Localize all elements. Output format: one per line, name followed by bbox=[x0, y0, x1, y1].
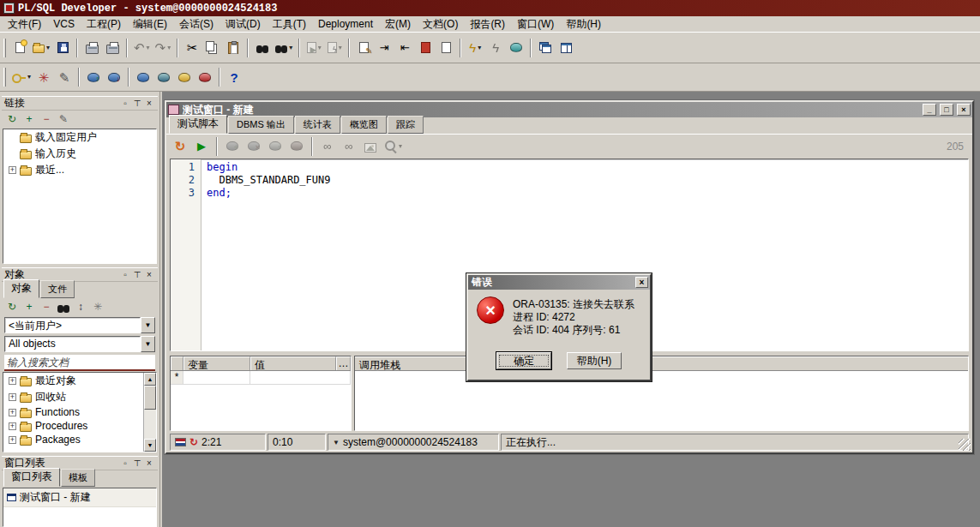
window-list-item-test-window[interactable]: 测试窗口 - 新建 bbox=[3, 488, 156, 507]
expander-icon[interactable]: + bbox=[9, 166, 16, 174]
search-test-button[interactable]: ▾ bbox=[382, 136, 405, 157]
tab-test-script[interactable]: 测试脚本 bbox=[169, 115, 227, 134]
tab-templates[interactable]: 模板 bbox=[61, 469, 95, 487]
indent-button[interactable]: ⇥ bbox=[374, 38, 394, 58]
menu-item-deployment[interactable]: Deployment bbox=[312, 17, 379, 31]
refresh-connections-button[interactable]: ↻ bbox=[4, 112, 20, 127]
combo-dropdown-button[interactable]: ▼ bbox=[141, 317, 155, 333]
panel-restore-button[interactable]: ▫ bbox=[119, 269, 131, 280]
print-preview-button[interactable] bbox=[102, 38, 123, 58]
sql-window-button[interactable] bbox=[153, 67, 174, 87]
preferences-button[interactable]: ✳ bbox=[33, 67, 54, 87]
tab-overview[interactable]: 概览图 bbox=[341, 116, 387, 134]
scroll-down-button[interactable]: ▼ bbox=[144, 439, 156, 452]
menu-item-help[interactable]: 帮助(H) bbox=[560, 16, 607, 33]
find-button[interactable] bbox=[252, 38, 273, 58]
help-button[interactable]: ? bbox=[224, 67, 244, 87]
redo-button[interactable]: ↷▾ bbox=[153, 38, 174, 58]
add-variable-button[interactable]: + bbox=[222, 136, 243, 157]
expand-all-button[interactable]: + bbox=[21, 300, 37, 314]
toolbar-grip[interactable] bbox=[3, 39, 6, 57]
minimize-button[interactable]: _ bbox=[923, 104, 936, 116]
new-button[interactable] bbox=[9, 38, 30, 58]
tab-trace[interactable]: 跟踪 bbox=[388, 116, 424, 134]
command-window-button-2[interactable] bbox=[174, 67, 195, 87]
new-report-button[interactable] bbox=[436, 38, 456, 58]
copy-button[interactable] bbox=[202, 38, 223, 58]
print-button[interactable] bbox=[81, 38, 102, 58]
menu-item-session[interactable]: 会话(S) bbox=[173, 16, 219, 33]
find-object-button[interactable] bbox=[56, 300, 71, 314]
refresh-objects-button[interactable]: ↻ bbox=[4, 300, 20, 314]
panel-restore-button[interactable]: ▫ bbox=[119, 458, 131, 469]
call-stack-body[interactable] bbox=[355, 371, 968, 430]
panel-restore-button[interactable]: ▫ bbox=[119, 98, 131, 109]
menu-item-window[interactable]: 窗口(W) bbox=[511, 16, 560, 33]
value-cell[interactable] bbox=[250, 371, 351, 384]
edit-connection-button[interactable]: ✎ bbox=[56, 112, 71, 127]
add-connection-button[interactable]: + bbox=[21, 112, 37, 127]
panel-pin-button[interactable]: ⊤ bbox=[131, 269, 143, 280]
tab-files[interactable]: 文件 bbox=[40, 280, 75, 298]
object-search-input[interactable] bbox=[4, 355, 155, 369]
collapse-all-button[interactable]: − bbox=[39, 300, 54, 314]
cut-button[interactable]: ✂ bbox=[182, 38, 202, 58]
refresh-session-button[interactable]: ↻ bbox=[170, 136, 190, 157]
panel-pin-button[interactable]: ⊤ bbox=[131, 458, 143, 469]
chart-button[interactable] bbox=[360, 136, 381, 157]
tree-item-packages[interactable]: + Packages bbox=[3, 433, 143, 446]
scrollbar-thumb[interactable] bbox=[144, 386, 156, 410]
tree-item-functions[interactable]: + Functions bbox=[3, 405, 143, 419]
commit-button[interactable]: ↑ bbox=[83, 67, 104, 87]
report-window-button[interactable] bbox=[195, 67, 215, 87]
undo-button[interactable]: ↶▾ bbox=[131, 38, 153, 58]
menu-item-tools[interactable]: 工具(T) bbox=[267, 16, 312, 33]
menu-item-file[interactable]: 文件(F) bbox=[2, 16, 47, 33]
combo-dropdown-button[interactable]: ▼ bbox=[141, 336, 155, 352]
variable-cell[interactable] bbox=[183, 371, 250, 384]
sync-objects-button[interactable]: ↕ bbox=[73, 300, 88, 314]
tab-objects[interactable]: 对象 bbox=[3, 279, 39, 298]
panel-close-button[interactable]: × bbox=[143, 98, 155, 109]
menu-item-project[interactable]: 工程(P) bbox=[81, 16, 127, 33]
logon-button[interactable]: ▾ bbox=[9, 67, 33, 87]
tree-item-recent-objects[interactable]: + 最近对象 bbox=[3, 373, 143, 389]
status-session[interactable]: ▼ system@0000000024524183 bbox=[328, 434, 499, 451]
scroll-up-button[interactable]: ▲ bbox=[144, 373, 156, 386]
bind-loop-button[interactable]: ∞ bbox=[317, 136, 338, 157]
cascade-windows-button[interactable] bbox=[535, 38, 556, 58]
remove-connection-button[interactable]: − bbox=[39, 112, 54, 127]
expander-icon[interactable]: + bbox=[9, 393, 16, 401]
tab-window-list[interactable]: 窗口列表 bbox=[3, 468, 60, 487]
tree-item-procedures[interactable]: + Procedures bbox=[3, 419, 143, 433]
value-column-header[interactable]: 值 bbox=[250, 356, 336, 370]
more-button[interactable]: … bbox=[336, 356, 351, 370]
tree-item-recycle-bin[interactable]: + 回收站 bbox=[3, 389, 143, 405]
filter-objects-button[interactable]: ✳ bbox=[90, 300, 105, 314]
objects-tree-scrollbar[interactable]: ▲ ▼ bbox=[143, 373, 156, 452]
tree-item-recent[interactable]: + 最近... bbox=[3, 162, 156, 178]
session-dropdown-icon[interactable]: ▼ bbox=[333, 439, 340, 446]
menu-item-edit[interactable]: 编辑(E) bbox=[127, 16, 173, 33]
profiler-button[interactable]: ∞ bbox=[339, 136, 359, 157]
session-monitor-button[interactable] bbox=[133, 67, 153, 87]
help-dialog-button[interactable]: 帮助(H) bbox=[567, 352, 622, 369]
commit-test-button[interactable]: ↑ bbox=[265, 136, 286, 157]
menu-item-reports[interactable]: 报告(R) bbox=[464, 16, 511, 33]
macro-play-button[interactable]: ϟ bbox=[485, 38, 506, 58]
edit-button[interactable]: ✎ bbox=[54, 67, 75, 87]
variable-column-header[interactable]: 变量 bbox=[183, 356, 250, 370]
command-window-button[interactable] bbox=[506, 38, 526, 58]
ok-button[interactable]: 确定 bbox=[496, 352, 551, 369]
delete-variable-button[interactable]: × bbox=[243, 136, 264, 157]
rollback-button[interactable]: ↓ bbox=[104, 67, 124, 87]
debug-button[interactable]: ϟ▾ bbox=[324, 38, 345, 58]
tab-statistics[interactable]: 统计表 bbox=[295, 116, 340, 134]
variables-grid-row[interactable]: * bbox=[171, 371, 351, 385]
execute-button[interactable]: ▶▾ bbox=[304, 38, 324, 58]
panel-close-button[interactable]: × bbox=[143, 458, 155, 469]
error-dialog-titlebar[interactable]: 错误 × bbox=[468, 275, 650, 290]
find-next-button[interactable]: ▾ bbox=[273, 38, 295, 58]
expander-icon[interactable]: + bbox=[9, 377, 16, 385]
user-filter-combo[interactable]: <当前用户> ▼ bbox=[4, 317, 155, 333]
